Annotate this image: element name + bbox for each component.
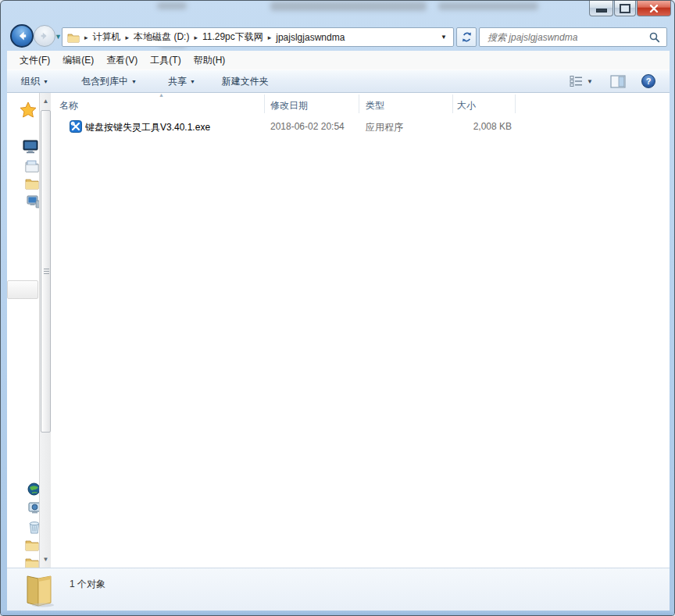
back-button[interactable] <box>10 24 34 48</box>
folder-icon[interactable] <box>25 177 39 190</box>
list-view-icon <box>570 75 584 87</box>
menu-bar: 文件(F) 编辑(E) 查看(V) 工具(T) 帮助(H) <box>7 51 670 69</box>
recent-pages-dropdown[interactable]: ▼ <box>55 33 62 41</box>
menu-tools[interactable]: 工具(T) <box>144 51 187 70</box>
blurred-watermark <box>438 2 538 10</box>
file-name[interactable]: 键盘按键失灵工具V3.40.1.exe <box>85 121 210 134</box>
file-size: 2,008 KB <box>449 121 512 132</box>
refresh-icon <box>461 31 473 43</box>
pane-splitter-handle[interactable] <box>7 280 38 299</box>
preview-pane-button[interactable] <box>610 75 626 88</box>
desktop-icon[interactable] <box>23 140 38 154</box>
new-folder-button[interactable]: 新建文件夹 <box>222 75 269 88</box>
scroll-down-button[interactable]: ▼ <box>40 553 52 566</box>
minimize-icon <box>596 9 607 12</box>
chevron-down-icon: ▼ <box>190 79 195 84</box>
breadcrumb-download-folder[interactable]: 11.29pc下载网 <box>199 30 266 44</box>
exe-app-icon <box>70 120 82 133</box>
include-in-library-label: 包含到库中 <box>81 75 128 88</box>
breadcrumb-local-disk-d[interactable]: 本地磁盘 (D:) <box>130 30 192 44</box>
address-dropdown-arrow[interactable]: ▼ <box>434 34 453 41</box>
column-divider[interactable] <box>359 94 359 113</box>
column-header-name[interactable]: 名称 <box>59 99 78 112</box>
folder-icon[interactable] <box>25 539 39 551</box>
libraries-icon[interactable] <box>25 159 39 173</box>
column-header-size[interactable]: 大小 <box>457 99 476 112</box>
menu-view[interactable]: 查看(V) <box>100 51 144 70</box>
search-input[interactable] <box>486 31 649 44</box>
share-label: 共享 <box>168 75 187 88</box>
column-divider[interactable] <box>452 94 453 113</box>
forward-button[interactable] <box>34 25 55 47</box>
breadcrumb-separator: ▸ <box>83 34 90 41</box>
title-bar[interactable] <box>1 1 675 23</box>
breadcrumb-separator: ▸ <box>266 34 273 41</box>
share-button[interactable]: 共享 ▼ <box>168 75 195 88</box>
navigation-pane <box>7 93 39 568</box>
content-area: ▲ ▼ ▲ 名称 修改日期 类型 大小 <box>7 93 670 568</box>
refresh-button[interactable] <box>456 27 477 47</box>
navigation-band: ▼ ▸ 计算机 ▸ 本地磁盘 (D:) ▸ 11.29pc下载网 ▸ jpajs… <box>1 23 675 51</box>
search-box[interactable] <box>479 27 667 47</box>
column-divider[interactable] <box>264 94 265 113</box>
chevron-down-icon: ▼ <box>43 79 48 84</box>
blurred-watermark <box>157 2 187 9</box>
organize-label: 组织 <box>21 75 40 88</box>
scrollbar-thumb[interactable] <box>41 110 51 433</box>
breadcrumb-current-folder[interactable]: jpajslgjaswndma <box>273 32 348 43</box>
search-icon[interactable] <box>649 32 660 43</box>
computer-icon[interactable] <box>27 195 39 208</box>
menu-help[interactable]: 帮助(H) <box>188 51 232 70</box>
details-pane: 1 个对象 <box>7 568 670 611</box>
control-panel-icon[interactable] <box>28 501 39 515</box>
help-button[interactable]: ? <box>641 74 655 88</box>
maximize-button[interactable] <box>614 1 636 16</box>
selected-folder-icon <box>20 571 57 609</box>
scroll-up-button[interactable]: ▲ <box>40 94 52 108</box>
column-headers: ▲ 名称 修改日期 类型 大小 <box>51 93 670 115</box>
folder-icon <box>67 32 80 43</box>
menu-file[interactable]: 文件(F) <box>13 51 56 70</box>
chevron-down-icon: ▼ <box>131 79 137 84</box>
breadcrumb-separator: ▸ <box>192 34 199 41</box>
preview-pane-icon <box>610 75 626 88</box>
recycle-bin-icon[interactable] <box>28 520 39 534</box>
column-header-date-modified[interactable]: 修改日期 <box>270 99 308 112</box>
close-button[interactable] <box>637 1 671 16</box>
forward-arrow-icon <box>39 30 50 41</box>
sort-ascending-icon: ▲ <box>159 93 164 98</box>
include-in-library-button[interactable]: 包含到库中 ▼ <box>81 75 137 88</box>
minimize-button[interactable] <box>589 1 613 16</box>
blurred-watermark <box>270 2 427 11</box>
organize-button[interactable]: 组织 ▼ <box>21 75 48 88</box>
back-arrow-icon <box>16 30 28 42</box>
sidebar-scrollbar[interactable]: ▲ ▼ <box>39 93 51 568</box>
item-count-label: 1 个对象 <box>70 578 105 591</box>
favorites-star-icon[interactable] <box>20 101 37 118</box>
close-icon <box>649 4 659 13</box>
file-date-modified: 2018-06-02 20:54 <box>270 121 345 132</box>
file-list: ▲ 名称 修改日期 类型 大小 键盘按键失灵工具V3.40.1.exe 2018… <box>51 93 670 568</box>
maximize-icon <box>620 4 630 13</box>
breadcrumb-computer[interactable]: 计算机 <box>90 30 124 44</box>
explorer-window: ▼ ▸ 计算机 ▸ 本地磁盘 (D:) ▸ 11.29pc下载网 ▸ jpajs… <box>0 0 675 616</box>
file-row[interactable]: 键盘按键失灵工具V3.40.1.exe 2018-06-02 20:54 应用程… <box>51 119 670 135</box>
column-divider[interactable] <box>515 94 516 113</box>
new-folder-label: 新建文件夹 <box>222 75 269 88</box>
folder-icon[interactable] <box>25 557 39 568</box>
chevron-down-icon: ▼ <box>587 78 593 85</box>
window-bottom-border <box>1 611 675 616</box>
column-header-type[interactable]: 类型 <box>366 99 384 112</box>
address-bar[interactable]: ▸ 计算机 ▸ 本地磁盘 (D:) ▸ 11.29pc下载网 ▸ jpajslg… <box>62 27 454 47</box>
network-icon[interactable] <box>27 482 39 496</box>
menu-edit[interactable]: 编辑(E) <box>56 51 100 70</box>
command-toolbar: 组织 ▼ 包含到库中 ▼ 共享 ▼ 新建文件夹 ▼ <box>7 69 670 93</box>
change-view-button[interactable]: ▼ <box>570 75 593 87</box>
breadcrumb-separator: ▸ <box>124 34 131 41</box>
help-icon: ? <box>646 77 652 86</box>
file-type: 应用程序 <box>366 121 403 134</box>
